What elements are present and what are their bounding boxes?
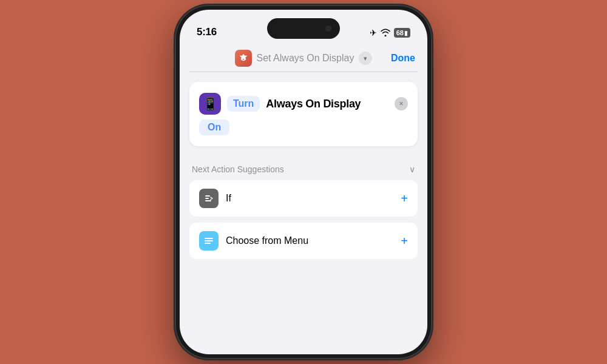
turn-badge[interactable]: Turn bbox=[227, 96, 260, 112]
chevron-button[interactable]: ▾ bbox=[359, 52, 372, 65]
svg-rect-2 bbox=[205, 240, 213, 241]
svg-point-0 bbox=[242, 58, 245, 61]
if-label: If bbox=[226, 193, 393, 204]
menu-label: Choose from Menu bbox=[226, 235, 393, 246]
status-icons: ✈ 68 ▮ bbox=[370, 28, 410, 38]
action-app-icon: 📱 bbox=[199, 93, 221, 115]
suggestion-item-menu[interactable]: Choose from Menu + bbox=[189, 223, 418, 259]
wifi-icon bbox=[381, 28, 390, 38]
suggestions-header: Next Action Suggestions ∨ bbox=[180, 156, 427, 180]
menu-add-button[interactable]: + bbox=[401, 234, 408, 248]
action-row: 📱 Turn Always On Display × bbox=[199, 93, 408, 115]
shortcuts-app-icon bbox=[235, 50, 252, 67]
airplane-icon: ✈ bbox=[370, 28, 377, 38]
suggestions-chevron-icon[interactable]: ∨ bbox=[409, 164, 415, 174]
if-icon bbox=[199, 189, 219, 208]
status-time: 5:16 bbox=[197, 26, 217, 38]
if-add-button[interactable]: + bbox=[401, 192, 408, 206]
dynamic-island bbox=[267, 18, 340, 39]
close-button[interactable]: × bbox=[395, 97, 408, 110]
on-badge[interactable]: On bbox=[199, 120, 229, 135]
action-display-label: Always On Display bbox=[266, 98, 361, 110]
phone-frame: 5:16 ✈ 68 ▮ bbox=[176, 6, 431, 358]
suggestions-label: Next Action Suggestions bbox=[192, 164, 284, 174]
battery-icon: 68 ▮ bbox=[394, 28, 410, 38]
action-card: 📱 Turn Always On Display × On bbox=[189, 82, 418, 146]
phone-screen: 5:16 ✈ 68 ▮ bbox=[180, 10, 427, 354]
svg-rect-1 bbox=[205, 238, 213, 239]
suggestion-item-if[interactable]: If + bbox=[189, 180, 418, 217]
svg-rect-3 bbox=[205, 243, 211, 244]
header-divider bbox=[189, 72, 418, 72]
header-bar: Set Always On Display ▾ Done bbox=[180, 45, 427, 72]
header-content: Set Always On Display ▾ bbox=[235, 50, 373, 67]
done-button[interactable]: Done bbox=[391, 53, 415, 64]
menu-icon bbox=[199, 231, 219, 251]
header-title: Set Always On Display bbox=[257, 53, 354, 64]
